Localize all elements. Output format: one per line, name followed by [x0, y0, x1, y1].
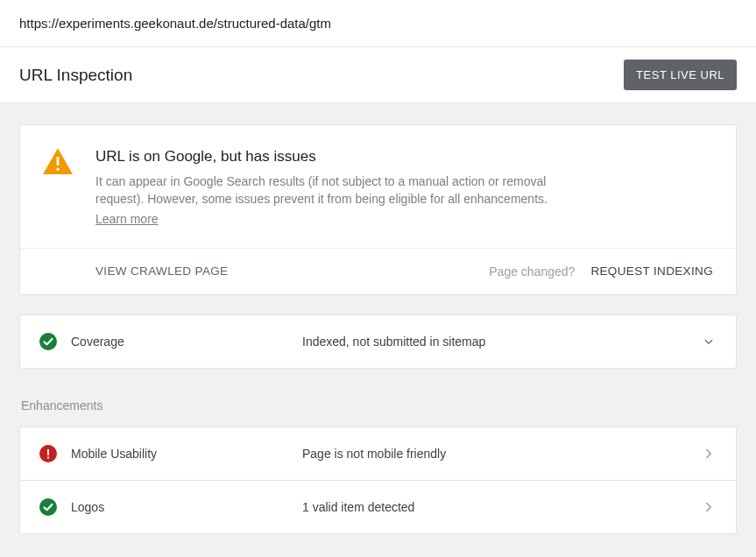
coverage-label: Coverage: [71, 335, 302, 349]
enhancement-value: 1 valid item detected: [302, 500, 701, 514]
chevron-down-icon: [701, 334, 717, 349]
enhancement-status-icon-wrap: [39, 445, 71, 462]
status-icon-wrap: [43, 148, 95, 227]
status-description: It can appear in Google Search results (…: [95, 173, 595, 208]
warning-triangle-icon: [43, 148, 73, 174]
coverage-value: Indexed, not submitted in sitemap: [302, 335, 701, 349]
enhancements-list: Mobile Usability Page is not mobile frie…: [19, 427, 737, 534]
svg-rect-5: [47, 456, 49, 458]
enhancement-value: Page is not mobile friendly: [302, 447, 701, 461]
url-bar[interactable]: https://experiments.geekonaut.de/structu…: [0, 0, 756, 47]
chevron-right-icon: [701, 446, 717, 462]
status-block: URL is on Google, but has issues It can …: [20, 125, 736, 248]
chevron-right-icon: [701, 499, 717, 515]
enhancement-status-icon-wrap: [39, 498, 71, 516]
subheader: URL Inspection TEST LIVE URL: [0, 47, 756, 103]
svg-point-2: [39, 333, 57, 350]
enhancements-section-label: Enhancements: [21, 398, 737, 412]
svg-rect-4: [47, 449, 49, 455]
page-changed-label: Page changed?: [489, 264, 575, 278]
content: URL is on Google, but has issues It can …: [0, 103, 756, 557]
check-circle-icon: [39, 498, 57, 516]
check-circle-icon: [39, 333, 57, 350]
status-text: URL is on Google, but has issues It can …: [95, 148, 595, 227]
svg-rect-1: [57, 168, 60, 171]
enhancement-label: Mobile Usability: [71, 447, 302, 461]
coverage-section: Coverage Indexed, not submitted in sitem…: [19, 314, 737, 369]
inspected-url: https://experiments.geekonaut.de/structu…: [19, 16, 331, 31]
enhancement-label: Logos: [71, 500, 302, 514]
learn-more-link[interactable]: Learn more: [95, 212, 159, 226]
view-crawled-page-button[interactable]: VIEW CRAWLED PAGE: [95, 264, 228, 278]
svg-rect-0: [57, 157, 60, 166]
svg-point-6: [39, 498, 57, 516]
error-circle-icon: [39, 445, 57, 462]
page-title: URL Inspection: [19, 66, 132, 85]
coverage-status-icon-wrap: [39, 333, 71, 350]
test-live-url-button[interactable]: TEST LIVE URL: [624, 60, 737, 90]
coverage-row[interactable]: Coverage Indexed, not submitted in sitem…: [19, 314, 737, 369]
enhancement-row-logos[interactable]: Logos 1 valid item detected: [19, 481, 737, 534]
status-card-footer: VIEW CRAWLED PAGE Page changed? REQUEST …: [20, 248, 736, 294]
status-card: URL is on Google, but has issues It can …: [19, 124, 737, 295]
request-indexing-button[interactable]: REQUEST INDEXING: [590, 264, 713, 278]
status-heading: URL is on Google, but has issues: [95, 148, 595, 166]
enhancement-row-mobile-usability[interactable]: Mobile Usability Page is not mobile frie…: [19, 427, 737, 481]
footer-right: Page changed? REQUEST INDEXING: [489, 264, 713, 278]
